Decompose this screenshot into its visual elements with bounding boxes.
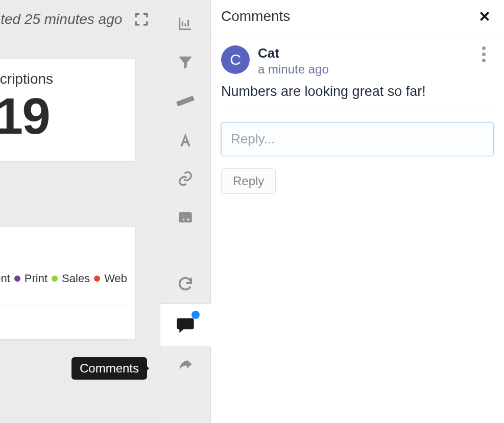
svg-rect-0 <box>176 96 195 107</box>
comment-divider <box>221 110 494 110</box>
reply-input[interactable] <box>221 122 494 156</box>
comment-body: Numbers are looking great so far! <box>221 84 494 99</box>
chart-tool[interactable] <box>160 4 210 43</box>
legend-dot-print <box>14 276 20 282</box>
legend-item-label: Event <box>0 272 10 285</box>
avatar: C <box>221 45 250 74</box>
refresh-tool[interactable] <box>160 264 210 303</box>
legend-card: Event Print Sales Web <box>0 227 135 339</box>
legend-item-label: Sales <box>62 272 90 285</box>
updated-timestamp: dated 25 minutes ago <box>0 11 122 28</box>
subscriptions-value: 519 <box>0 90 127 141</box>
comments-tool[interactable] <box>160 303 211 347</box>
subscriptions-label: Subscriptions <box>0 71 127 87</box>
legend-item-label: Print <box>25 272 47 285</box>
comment-author: Cat <box>258 45 329 61</box>
comments-title: Comments <box>221 8 290 24</box>
legend-divider <box>0 306 127 306</box>
bar-chart <box>0 385 20 423</box>
text-tool[interactable] <box>160 120 210 159</box>
image-tool[interactable] <box>160 198 210 237</box>
comment-item: C Cat a minute ago Numbers are looking g… <box>211 36 504 110</box>
subscriptions-card: Subscriptions 519 <box>0 59 135 161</box>
legend-row: Event Print Sales Web <box>0 272 127 285</box>
filter-tool[interactable] <box>160 43 210 82</box>
comment-time: a minute ago <box>258 62 329 77</box>
side-toolbar <box>160 0 211 423</box>
legend-dot-web <box>94 276 100 282</box>
link-tool[interactable] <box>160 159 210 198</box>
close-icon[interactable] <box>475 7 494 26</box>
ruler-tool[interactable] <box>160 82 210 120</box>
notification-dot <box>191 311 200 319</box>
reply-button[interactable]: Reply <box>221 168 276 194</box>
legend-item-label: Web <box>104 272 127 285</box>
comments-tooltip: Comments <box>71 357 147 380</box>
comments-panel: Comments C Cat a minute ago Numbers are … <box>211 0 504 423</box>
comment-menu-icon[interactable] <box>476 46 491 62</box>
legend-dot-sales <box>52 276 58 282</box>
expand-icon[interactable] <box>132 10 151 29</box>
share-tool[interactable] <box>160 347 210 386</box>
